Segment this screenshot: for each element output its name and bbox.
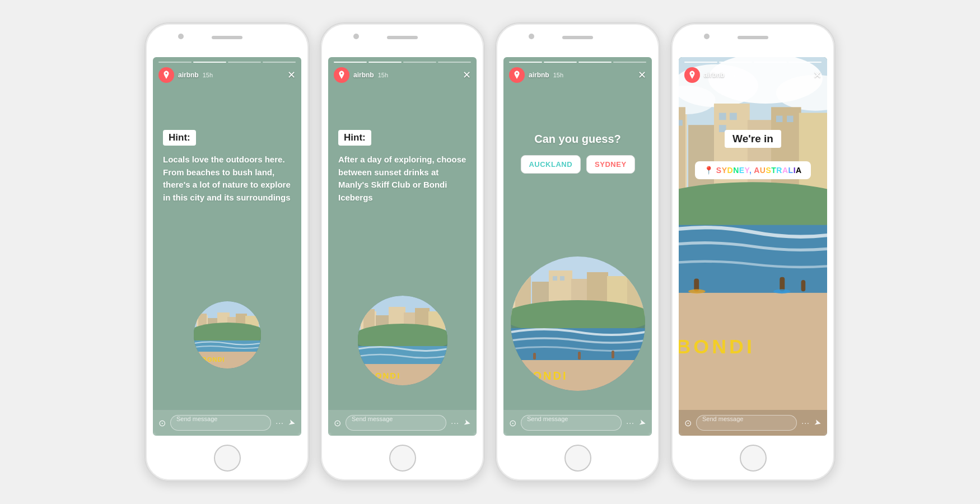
home-button-2[interactable] [389, 445, 416, 472]
svg-rect-36 [517, 278, 521, 281]
story-content-3: airbnb 15h ✕ Can you guess? AUCKLAND SYD… [503, 57, 652, 436]
svg-rect-11 [194, 352, 261, 368]
username-4: airbnb [704, 71, 725, 79]
svg-rect-46 [612, 351, 614, 358]
story3-heading: Can you guess? [503, 133, 652, 146]
bottom-bar-2: ⊙ Send message ··· ➤ [328, 410, 477, 436]
progress-bars-1 [158, 62, 296, 63]
speaker-2 [387, 36, 418, 39]
progress-bar-4d [788, 62, 822, 63]
close-icon-1[interactable]: ✕ [287, 69, 296, 81]
speaker-1 [212, 36, 242, 39]
screen-4: BONDI [679, 57, 827, 436]
airbnb-avatar-4[interactable] [684, 67, 700, 83]
pin-icon: 📍 [704, 166, 714, 175]
send-message-2[interactable]: Send message [346, 415, 446, 431]
bottom-bar-4: ⊙ Send message ··· ➤ [679, 410, 827, 436]
send-icon-2[interactable]: ➤ [463, 417, 472, 429]
front-camera-4 [704, 34, 710, 39]
svg-rect-37 [523, 278, 526, 281]
story-user-left-2: airbnb 15h [334, 67, 388, 83]
hint-label-2: Hint: [338, 130, 371, 146]
progress-bars-2 [334, 62, 471, 63]
story-user-row-3: airbnb 15h ✕ [509, 67, 646, 83]
home-button-3[interactable] [564, 445, 591, 472]
close-icon-4[interactable]: ✕ [813, 69, 822, 81]
progress-bar-4c [754, 62, 787, 63]
airbnb-avatar-3[interactable] [509, 67, 525, 83]
story-user-left-1: airbnb 15h [158, 67, 213, 83]
bottom-bar-1: ⊙ Send message ··· ➤ [153, 410, 301, 436]
screen-2: airbnb 15h ✕ Hint: After a day of explor… [328, 57, 477, 436]
progress-bar-2c [403, 62, 436, 63]
dots-icon-4[interactable]: ··· [801, 418, 810, 427]
camera-icon-2[interactable]: ⊙ [334, 418, 341, 428]
svg-rect-24 [358, 364, 447, 385]
story-content-1: airbnb 15h ✕ Hint: Locals love the outdo… [153, 57, 301, 436]
send-message-4[interactable]: Send message [696, 415, 797, 431]
phone-top-4 [671, 24, 834, 57]
phone-2: airbnb 15h ✕ Hint: After a day of explor… [320, 22, 485, 482]
send-icon-1[interactable]: ➤ [287, 417, 297, 429]
story-user-left-3: airbnb 15h [509, 67, 563, 83]
svg-rect-43 [511, 360, 645, 391]
progress-bar-1c [228, 62, 261, 63]
story1-body: Locals love the outdoors here. From beac… [163, 153, 291, 204]
airbnb-avatar-1[interactable] [158, 67, 174, 83]
svg-rect-40 [560, 276, 564, 281]
close-icon-2[interactable]: ✕ [463, 69, 471, 81]
phone-top-3 [496, 24, 659, 57]
camera-icon-1[interactable]: ⊙ [158, 418, 166, 428]
story-time-2: 15h [378, 72, 388, 78]
phone-4: BONDI [670, 22, 836, 482]
guess-buttons: AUCKLAND SYDNEY [520, 155, 634, 174]
airbnb-avatar-2[interactable] [334, 67, 349, 83]
story-header-1: airbnb 15h ✕ [153, 57, 301, 86]
home-button-1[interactable] [214, 445, 241, 472]
story1-text-area: Hint: Locals love the outdoors here. Fro… [163, 130, 291, 204]
front-camera-3 [529, 34, 534, 39]
send-icon-4[interactable]: ➤ [813, 417, 823, 429]
progress-bar-1b [193, 62, 226, 63]
phone-top-2 [321, 24, 484, 57]
dots-icon-1[interactable]: ··· [276, 418, 284, 427]
circle-image-1: BONDI [194, 301, 261, 368]
svg-text:BONDI: BONDI [202, 356, 225, 363]
phones-container: airbnb 15h ✕ Hint: Locals love the outdo… [133, 11, 847, 493]
username-2: airbnb [353, 71, 374, 79]
progress-bar-1a [158, 62, 192, 63]
story-time-1: 15h [203, 72, 213, 78]
dots-icon-3[interactable]: ··· [626, 418, 634, 427]
story2-body: After a day of exploring, choose between… [338, 153, 466, 204]
front-camera-2 [353, 34, 359, 39]
svg-rect-45 [578, 352, 581, 360]
story-time-3: 15h [553, 72, 563, 78]
story-header-2: airbnb 15h ✕ [328, 57, 477, 86]
svg-rect-38 [517, 286, 521, 289]
story-content-2: airbnb 15h ✕ Hint: After a day of explor… [328, 57, 477, 436]
front-camera-1 [178, 34, 184, 39]
home-button-4[interactable] [740, 445, 767, 472]
circle-image-2: BONDI [358, 296, 447, 385]
auckland-button[interactable]: AUCKLAND [520, 155, 581, 174]
send-message-1[interactable]: Send message [170, 415, 271, 431]
progress-bar-4b [719, 62, 752, 63]
were-in-badge: We're in [725, 130, 781, 148]
camera-icon-4[interactable]: ⊙ [684, 418, 692, 428]
story-user-row-4: airbnb 15h ✕ [684, 67, 822, 83]
close-icon-3[interactable]: ✕ [638, 69, 646, 81]
username-3: airbnb [529, 71, 549, 79]
svg-text:BONDI: BONDI [368, 371, 400, 380]
dots-icon-2[interactable]: ··· [451, 418, 459, 427]
send-message-3[interactable]: Send message [521, 415, 622, 431]
progress-bar-2b [368, 62, 402, 63]
progress-bars-3 [509, 62, 646, 63]
sydney-button[interactable]: SYDNEY [586, 155, 634, 174]
progress-bar-3d [613, 62, 646, 63]
camera-icon-3[interactable]: ⊙ [509, 418, 516, 428]
screen-1: airbnb 15h ✕ Hint: Locals love the outdo… [153, 57, 301, 436]
send-icon-3[interactable]: ➤ [638, 417, 647, 429]
speaker-4 [738, 36, 768, 39]
location-text: SYDNEY, AUSTRALIA [716, 166, 802, 175]
story-user-row-2: airbnb 15h ✕ [334, 67, 471, 83]
